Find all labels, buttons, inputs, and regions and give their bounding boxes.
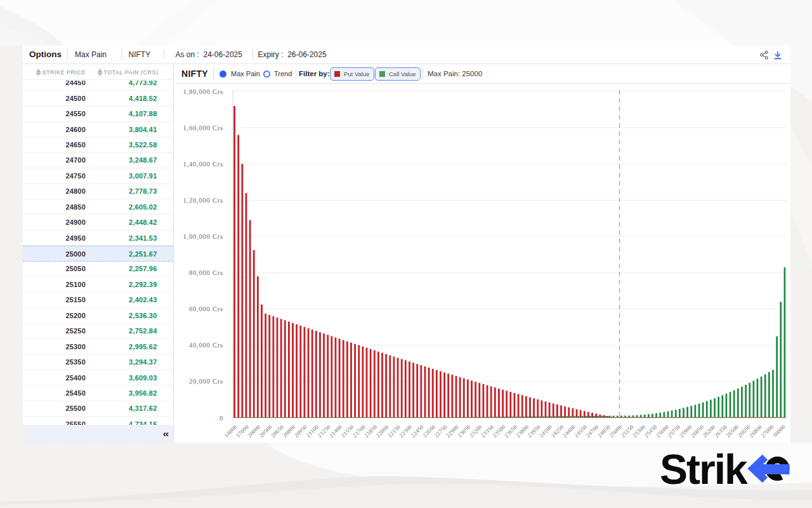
svg-text:60,000 Crs: 60,000 Crs [189,305,223,312]
svg-text:1,20,000 Crs: 1,20,000 Crs [183,197,223,204]
svg-text:1,40,000 Crs: 1,40,000 Crs [183,161,223,168]
svg-text:1,00,000 Crs: 1,00,000 Crs [183,233,223,240]
svg-text:80,000 Crs: 80,000 Crs [189,269,223,276]
svg-text:30000: 30000 [771,424,787,439]
svg-text:20950: 20950 [293,424,308,439]
svg-text:1,80,000 Crs: 1,80,000 Crs [183,88,223,95]
svg-text:40,000 Crs: 40,000 Crs [189,342,223,349]
svg-text:Strik: Strik [660,446,748,493]
svg-text:1,60,000 Crs: 1,60,000 Crs [183,124,223,131]
svg-text:0: 0 [219,415,223,422]
svg-text:20,000 Crs: 20,000 Crs [189,378,223,385]
